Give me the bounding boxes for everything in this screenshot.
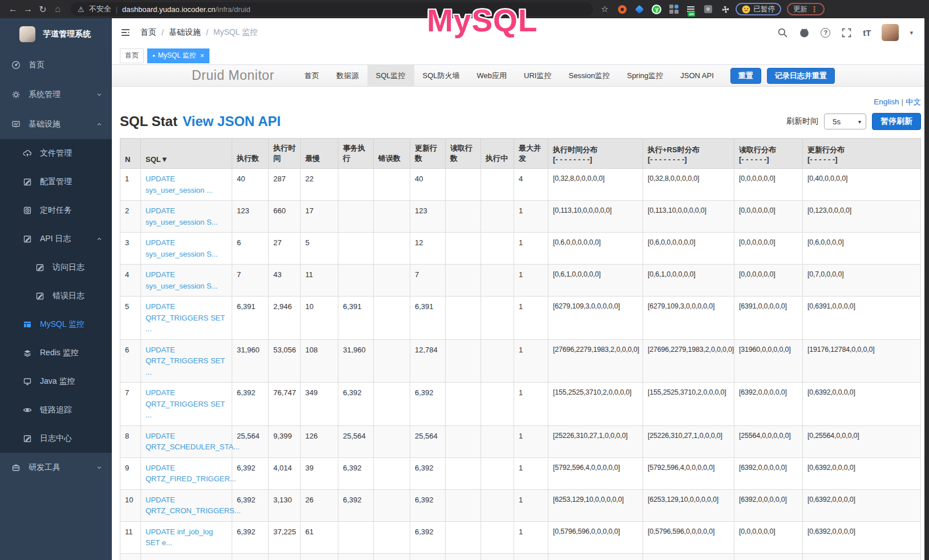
sidebar-item-dev-tools[interactable]: 研发工具 bbox=[0, 453, 112, 482]
sidebar-item-access-log[interactable]: 访问日志 bbox=[0, 253, 112, 282]
font-size-icon[interactable]: tT bbox=[863, 28, 871, 38]
app-logo[interactable]: 芋道管理系统 bbox=[0, 18, 112, 50]
table-header-cell[interactable]: 错误数 bbox=[374, 139, 410, 169]
log-edit-icon bbox=[23, 434, 32, 443]
cell-exec-time: 2,483 bbox=[269, 553, 301, 560]
tag-mysql-monitor[interactable]: ● MySQL 监控 × bbox=[147, 48, 209, 63]
extension-donut-icon[interactable] bbox=[617, 5, 627, 14]
table-header-cell[interactable]: 执行中 bbox=[481, 139, 514, 169]
druid-nav-item[interactable]: SQL监控 bbox=[367, 65, 414, 86]
fullscreen-icon[interactable] bbox=[841, 27, 852, 38]
table-header-cell[interactable]: SQL▼ bbox=[141, 139, 232, 169]
cell-sql: UPDATE QRTZ_TRIGGERS SET ... bbox=[141, 297, 232, 340]
sidebar-item-mysql-monitor[interactable]: MySQL 监控 bbox=[0, 310, 112, 339]
browser-forward-icon[interactable]: → bbox=[21, 4, 35, 14]
druid-nav-item[interactable]: 数据源 bbox=[328, 65, 367, 86]
browser-menu-dots-icon[interactable]: ⋮ bbox=[810, 5, 818, 14]
github-icon[interactable] bbox=[799, 27, 810, 38]
browser-home-icon[interactable]: ⌂ bbox=[50, 4, 65, 14]
refresh-interval-select[interactable]: 5s ▾ bbox=[824, 113, 866, 129]
table-header-cell[interactable]: 读取行分布[- - - - - -] bbox=[734, 139, 803, 169]
sidebar-item-api-log[interactable]: API 日志 bbox=[0, 225, 112, 253]
extension-misc-icon[interactable] bbox=[703, 5, 713, 14]
browser-reload-icon[interactable]: ↻ bbox=[35, 4, 50, 15]
extension-squares-icon[interactable] bbox=[669, 5, 678, 14]
sidebar-item-infra[interactable]: 基础设施 bbox=[0, 109, 112, 139]
cell-read-rows-dist: [0,0,0,0,0,0] bbox=[734, 521, 803, 553]
extension-list-on-icon[interactable]: on bbox=[686, 5, 696, 14]
sql-link[interactable]: UPDATE sys_user_session ... bbox=[146, 175, 213, 194]
breadcrumb-home[interactable]: 首页 bbox=[140, 27, 156, 38]
sql-link[interactable]: UPDATE QRTZ_CRON_TRIGGERS... bbox=[146, 496, 241, 516]
reset-button[interactable]: 重置 bbox=[730, 68, 761, 84]
help-icon[interactable]: ? bbox=[821, 28, 830, 38]
tag-home[interactable]: 首页 bbox=[120, 48, 144, 63]
table-header-cell[interactable]: 执行时间分布[- - - - - - - -] bbox=[548, 139, 643, 169]
sql-link[interactable]: UPDATE QRTZ_FIRED_TRIGGER... bbox=[146, 464, 236, 484]
security-label[interactable]: 不安全 bbox=[89, 4, 111, 14]
table-header-cell[interactable]: 最慢 bbox=[301, 139, 338, 169]
sidebar-item-error-log[interactable]: 错误日志 bbox=[0, 282, 112, 310]
sql-link[interactable]: UPDATE QRTZ_SCHEDULER_STA... bbox=[146, 432, 240, 452]
table-header-cell[interactable]: 执行数 bbox=[232, 139, 269, 169]
sidebar-item-system[interactable]: 系统管理 bbox=[0, 80, 112, 109]
user-avatar[interactable] bbox=[882, 24, 899, 41]
sidebar-item-files[interactable]: 文件管理 bbox=[0, 139, 112, 168]
druid-nav-item[interactable]: SQL防火墙 bbox=[414, 65, 468, 86]
sql-link[interactable]: UPDATE inf_job_log SET e... bbox=[146, 527, 213, 547]
page-url[interactable]: dashboard.yudao.iocoder.cn/infra/druid bbox=[122, 5, 251, 14]
extension-yudao-icon[interactable]: y bbox=[652, 5, 661, 14]
bookmark-star-icon[interactable]: ☆ bbox=[601, 4, 608, 14]
profile-paused-pill[interactable]: 已暂停 bbox=[736, 3, 781, 15]
sql-link[interactable]: UPDATE sys_user_session S... bbox=[146, 206, 217, 226]
sidebar-item-home[interactable]: 首页 bbox=[0, 50, 112, 80]
search-icon[interactable] bbox=[777, 27, 788, 38]
druid-nav-item[interactable]: URI监控 bbox=[515, 65, 560, 86]
table-row: 11 UPDATE inf_job_log SET e... 6,392 37,… bbox=[120, 521, 921, 553]
sidebar-item-tracing[interactable]: 链路追踪 bbox=[0, 396, 112, 424]
address-bar[interactable]: ⚠ 不安全 | dashboard.yudao.iocoder.cn/infra… bbox=[71, 2, 593, 16]
avatar-caret-icon[interactable]: ▾ bbox=[910, 29, 913, 36]
table-header-cell[interactable]: 读取行数 bbox=[446, 139, 481, 169]
sidebar-item-log-center[interactable]: 日志中心 bbox=[0, 424, 112, 453]
sql-link[interactable]: UPDATE sys_user_session S... bbox=[146, 270, 217, 290]
table-header-cell[interactable]: 最大并发 bbox=[514, 139, 548, 169]
sidebar-item-java-monitor[interactable]: Java 监控 bbox=[0, 367, 112, 396]
table-row: 2 UPDATE sys_user_session S... 123 660 1… bbox=[120, 201, 921, 233]
cell-read-rows-dist: [6392,0,0,0,0,0] bbox=[734, 489, 803, 521]
lang-chinese-link[interactable]: 中文 bbox=[906, 98, 921, 106]
lang-english-link[interactable]: English bbox=[874, 98, 899, 106]
druid-nav-item[interactable]: Web应用 bbox=[468, 65, 516, 86]
table-header-cell[interactable]: 更新行分布[- - - - - -] bbox=[803, 139, 921, 169]
sql-link[interactable]: UPDATE QRTZ_TRIGGERS SET ... bbox=[146, 302, 225, 333]
smiley-icon bbox=[742, 5, 750, 14]
browser-update-pill[interactable]: 更新 ⋮ bbox=[787, 3, 825, 15]
druid-nav-item[interactable]: Spring监控 bbox=[619, 65, 672, 86]
sql-link[interactable]: UPDATE sys_user_session S... bbox=[146, 238, 217, 258]
sql-link[interactable]: UPDATE QRTZ_TRIGGERS SET ... bbox=[146, 346, 225, 376]
tag-close-icon[interactable]: × bbox=[200, 52, 204, 60]
sidebar-item-redis-monitor[interactable]: Redis 监控 bbox=[0, 339, 112, 367]
breadcrumb-infra[interactable]: 基础设施 bbox=[169, 27, 201, 38]
extensions-puzzle-icon[interactable] bbox=[720, 5, 730, 14]
table-header-cell[interactable]: 事务执行 bbox=[338, 139, 374, 169]
pause-refresh-button[interactable]: 暂停刷新 bbox=[872, 113, 921, 130]
browser-back-icon[interactable]: ← bbox=[6, 4, 21, 14]
cell-update-rows: 12 bbox=[410, 233, 446, 265]
table-header-cell[interactable]: N bbox=[120, 139, 141, 169]
druid-nav-item[interactable]: Session监控 bbox=[560, 65, 618, 86]
sql-link[interactable]: UPDATE QRTZ_TRIGGERS SET ... bbox=[146, 388, 225, 419]
view-json-api-link[interactable]: View JSON API bbox=[183, 113, 281, 129]
extension-gem-icon[interactable] bbox=[635, 5, 644, 14]
cell-slowest: 22 bbox=[301, 169, 338, 201]
hamburger-icon[interactable] bbox=[120, 27, 131, 38]
table-header-cell[interactable]: 更新行数 bbox=[410, 139, 446, 169]
log-and-reset-button[interactable]: 记录日志并重置 bbox=[767, 68, 835, 84]
druid-nav-item[interactable]: 首页 bbox=[296, 65, 328, 86]
druid-nav-item[interactable]: JSON API bbox=[672, 65, 722, 86]
sidebar-item-config[interactable]: 配置管理 bbox=[0, 168, 112, 196]
sidebar-item-jobs[interactable]: 定时任务 bbox=[0, 196, 112, 225]
table-header-cell[interactable]: 执行时间 bbox=[269, 139, 301, 169]
cell-slowest: 108 bbox=[301, 339, 338, 383]
table-header-cell[interactable]: 执行+RS时分布[- - - - - - - -] bbox=[643, 139, 734, 169]
